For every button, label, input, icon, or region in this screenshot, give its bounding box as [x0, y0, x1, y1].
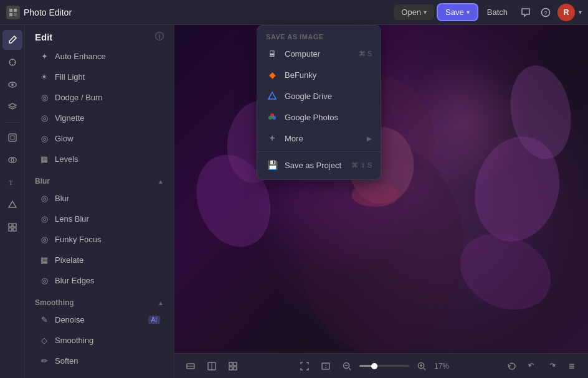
save-more-item[interactable]: + More ▶: [257, 128, 381, 149]
section-blur[interactable]: Blur ▲: [25, 172, 174, 188]
chat-icon-button[interactable]: [518, 4, 534, 21]
zoom-in-button[interactable]: [413, 359, 430, 374]
tool-blur[interactable]: ◎ Blur: [29, 188, 170, 208]
batch-button[interactable]: Batch: [481, 4, 514, 20]
googlephotos-icon: [266, 111, 278, 123]
open-chevron-icon: ▾: [424, 9, 427, 16]
computer-icon: 🖥: [266, 47, 278, 60]
svg-point-8: [272, 116, 276, 120]
more-actions-button[interactable]: [563, 359, 581, 374]
tool-lens-blur-label: Lens Blur: [55, 214, 89, 224]
svg-line-43: [349, 368, 351, 370]
split-view-button[interactable]: [317, 359, 334, 374]
iconbar-frames-button[interactable]: [2, 128, 22, 148]
iconbar-effects-button[interactable]: [2, 52, 22, 72]
avatar[interactable]: R: [557, 4, 575, 21]
section-legacy[interactable]: Legacy ▲: [25, 374, 174, 378]
section-smoothing[interactable]: Smoothing ▲: [25, 293, 174, 309]
redo-button[interactable]: [543, 359, 561, 374]
layout-3-icon: [228, 361, 238, 371]
zoom-out-button[interactable]: [338, 359, 356, 374]
iconbar-layers-button[interactable]: [2, 97, 22, 117]
chat-icon: [521, 7, 531, 17]
save-computer-item[interactable]: 🖥 Computer ⌘ S: [257, 43, 381, 64]
section-smoothing-chevron-icon: ▲: [158, 300, 164, 306]
soften-icon: ✏: [39, 355, 50, 366]
tool-smoothing-label: Smoothing: [55, 336, 93, 345]
iconbar-eye-button[interactable]: [2, 75, 22, 95]
tool-vignette[interactable]: ◎ Vignette: [29, 108, 170, 128]
tool-smoothing[interactable]: ◇ Smoothing: [29, 330, 170, 350]
svg-rect-2: [9, 13, 12, 16]
avatar-initials: R: [564, 8, 569, 17]
tool-vignette-label: Vignette: [55, 113, 84, 123]
more-chevron-icon: ▶: [367, 135, 372, 142]
save-project-label: Save as Project: [285, 161, 341, 170]
layout-button-3[interactable]: [224, 359, 242, 374]
open-button[interactable]: Open ▾: [394, 4, 434, 20]
collage-icon: [7, 222, 17, 232]
iconbar-overlays-button[interactable]: [2, 150, 22, 170]
save-googledrive-item[interactable]: Google Drive: [257, 85, 381, 106]
tool-dodge-burn[interactable]: ◎ Dodge / Burn: [29, 87, 170, 107]
tool-auto-enhance[interactable]: ✦ Auto Enhance: [29, 46, 170, 66]
panel-info-button[interactable]: ⓘ: [155, 31, 164, 42]
svg-rect-0: [9, 9, 12, 12]
zoom-slider[interactable]: [359, 365, 409, 367]
open-label: Open: [401, 7, 421, 17]
iconbar-collage-button[interactable]: [2, 217, 22, 237]
tool-blur-edges[interactable]: ◎ Blur Edges: [29, 270, 170, 290]
restore-button[interactable]: [503, 359, 521, 374]
blur-icon: ◎: [39, 192, 50, 204]
save-computer-shortcut: ⌘ S: [359, 50, 372, 58]
fit-screen-button[interactable]: [296, 359, 313, 374]
icon-bar: T: [0, 25, 25, 378]
tool-funky-focus[interactable]: ◎ Funky Focus: [29, 229, 170, 249]
canvas-image: [174, 25, 588, 353]
save-project-item[interactable]: 💾 Save as Project ⌘ ⇧ S: [257, 154, 381, 176]
tool-fill-light[interactable]: ☀ Fill Light: [29, 67, 170, 87]
save-computer-label: Computer: [285, 49, 320, 59]
topbar: Photo Editor Open ▾ Save ▾ Batch ? R ▾ S…: [0, 0, 588, 25]
tool-soften[interactable]: ✏ Soften: [29, 351, 170, 371]
overlays-icon: [7, 155, 17, 165]
svg-marker-6: [268, 92, 276, 99]
zoom-out-icon: [342, 361, 352, 371]
effects-icon: [7, 57, 17, 67]
pixelate-icon: ▦: [39, 254, 50, 265]
frames-icon: [7, 133, 17, 143]
more-icon: +: [266, 132, 278, 144]
tool-levels[interactable]: ▦ Levels: [29, 149, 170, 169]
layout-button-2[interactable]: [203, 359, 220, 374]
save-befunky-item[interactable]: ◆ BeFunky: [257, 64, 381, 85]
tool-pixelate[interactable]: ▦ Pixelate: [29, 250, 170, 270]
tool-lens-blur[interactable]: ◎ Lens Blur: [29, 209, 170, 229]
tool-glow[interactable]: ◎ Glow: [29, 128, 170, 148]
layout-button-1[interactable]: [182, 359, 199, 374]
save-label: Save: [445, 7, 464, 17]
topbar-actions: Open ▾ Save ▾ Batch ? R ▾: [394, 4, 582, 21]
save-project-shortcut: ⌘ ⇧ S: [351, 161, 372, 169]
svg-point-29: [447, 220, 563, 324]
svg-rect-22: [13, 228, 16, 231]
fit-screen-icon: [300, 361, 310, 371]
tool-denoise[interactable]: ✎ Denoise AI: [29, 309, 170, 329]
funky-focus-icon: ◎: [39, 234, 50, 245]
layout-2-icon: [207, 361, 217, 371]
iconbar-graphics-button[interactable]: [2, 195, 22, 215]
section-blur-label: Blur: [35, 177, 50, 186]
save-googlephotos-item[interactable]: Google Photos: [257, 106, 381, 128]
auto-enhance-icon: ✦: [39, 50, 50, 62]
lens-blur-icon: ◎: [39, 213, 50, 224]
save-button[interactable]: Save ▾: [438, 4, 477, 20]
undo-button[interactable]: [523, 359, 541, 374]
iconbar-text-button[interactable]: T: [2, 172, 22, 192]
app-title: Photo Editor: [24, 7, 72, 17]
help-icon-button[interactable]: ?: [538, 4, 554, 21]
graphics-icon: [7, 200, 17, 210]
levels-icon: ▦: [39, 153, 50, 164]
section-blur-chevron-icon: ▲: [158, 178, 164, 185]
iconbar-edit-button[interactable]: [2, 30, 22, 50]
zoom-in-icon: [417, 361, 427, 371]
panel-title: Edit: [35, 32, 52, 42]
